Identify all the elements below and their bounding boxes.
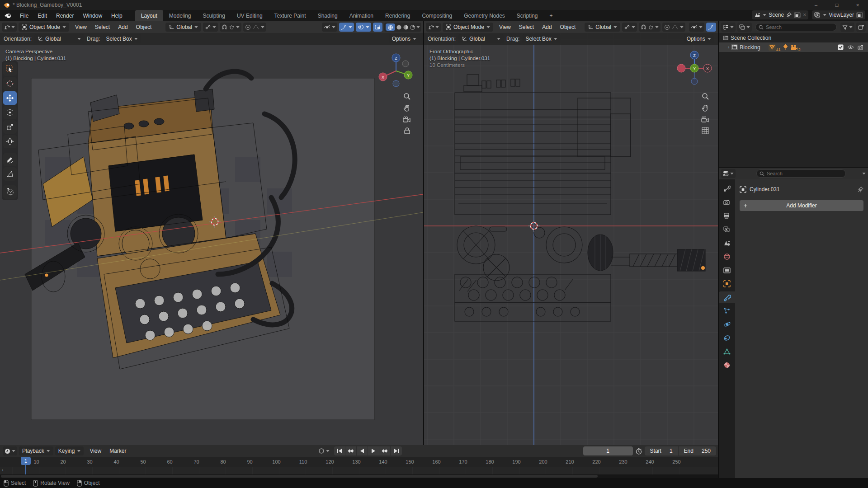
workspace-tab[interactable]: Texture Paint (269, 10, 312, 21)
hide-eye-icon[interactable] (847, 45, 854, 50)
workspace-tab[interactable]: Rendering (379, 10, 416, 21)
pivot-point-dropdown[interactable] (622, 23, 637, 32)
keying-dropdown[interactable]: Keying (55, 446, 84, 455)
ortho-viewport-canvas[interactable] (424, 21, 718, 445)
pin-icon[interactable] (786, 12, 792, 18)
menu-item[interactable]: Add (114, 23, 132, 32)
xray-toggle[interactable] (373, 23, 382, 32)
navigation-gizmo[interactable]: Z X Y (675, 49, 713, 87)
tab-output[interactable] (719, 210, 735, 222)
tab-modifiers[interactable] (719, 291, 735, 303)
viewport-camera[interactable]: Object Mode ViewSelectAddObject Global (0, 21, 423, 445)
new-collection-button[interactable] (856, 23, 866, 32)
workspace-tab[interactable]: Compositing (416, 10, 458, 21)
visibility-dropdown[interactable] (322, 23, 337, 32)
jump-prev-keyframe-button[interactable] (345, 446, 357, 455)
workspace-tab[interactable]: Animation (344, 10, 379, 21)
jump-to-start-button[interactable] (334, 446, 345, 455)
stopwatch-icon[interactable] (636, 448, 642, 455)
orientation-dropdown[interactable]: Global (458, 34, 504, 43)
menu-item[interactable]: Select (91, 23, 114, 32)
visibility-dropdown[interactable] (689, 23, 704, 32)
disable-render-icon[interactable] (858, 45, 864, 50)
outliner-row-scene-collection[interactable]: Scene Collection (719, 33, 868, 42)
properties-search-input[interactable] (756, 169, 846, 178)
tab-physics[interactable] (719, 319, 735, 330)
menu-item[interactable]: Select (515, 23, 538, 32)
pan-hand-icon[interactable] (702, 104, 709, 112)
unlink-scene-icon[interactable]: × (803, 12, 806, 18)
workspace-tab[interactable]: + (544, 10, 559, 21)
outliner-search-input[interactable] (755, 23, 837, 31)
menu-item[interactable]: Window (78, 11, 107, 20)
tab-constraints[interactable] (719, 332, 735, 344)
lock-camera-icon[interactable] (404, 127, 410, 135)
timeline-scrollbar[interactable] (0, 474, 718, 478)
transform-orientation-dropdown[interactable]: Global (165, 23, 201, 32)
camera-view-icon[interactable] (701, 116, 709, 123)
workspace-tab[interactable]: UV Editing (231, 10, 269, 21)
tab-object[interactable] (719, 278, 735, 290)
orthographic-grid-icon[interactable] (702, 127, 709, 134)
add-modifier-button[interactable]: + Add Modifier (740, 200, 863, 211)
camera-viewport-canvas[interactable] (0, 21, 423, 445)
tab-material[interactable] (719, 359, 735, 371)
current-frame-field[interactable]: 1 (583, 446, 633, 455)
jump-next-keyframe-button[interactable] (379, 446, 391, 455)
shading-rendered-button[interactable] (410, 24, 415, 30)
play-reverse-button[interactable] (357, 446, 368, 455)
menu-item[interactable]: Add (538, 23, 556, 32)
tab-world[interactable] (719, 251, 735, 263)
menu-item[interactable]: Object (556, 23, 580, 32)
drag-dropdown[interactable]: Select Box (103, 34, 141, 43)
snap-controls[interactable] (639, 23, 660, 32)
close-button[interactable]: × (847, 0, 868, 10)
menu-item[interactable]: Render (52, 11, 78, 20)
pin-icon[interactable] (858, 187, 863, 192)
menu-item[interactable]: View (85, 446, 105, 455)
tool-measure[interactable] (3, 167, 17, 181)
drag-dropdown[interactable]: Select Box (522, 34, 560, 43)
new-scene-button[interactable] (794, 12, 801, 18)
shading-material-button[interactable] (403, 24, 409, 30)
shading-solid-button[interactable] (396, 24, 402, 30)
timeline-ruler[interactable]: 1020304050607080901001101201301401501601… (0, 457, 718, 467)
jump-to-end-button[interactable] (391, 446, 402, 455)
minimize-button[interactable]: – (806, 0, 826, 10)
tool-scale[interactable] (3, 120, 17, 134)
new-viewlayer-button[interactable] (856, 12, 863, 18)
checkbox-icon[interactable] (838, 44, 844, 50)
outliner-row-blocking[interactable]: › Blocking 41 2 (719, 42, 868, 52)
options-dropdown[interactable]: Options (684, 34, 714, 43)
start-frame-field[interactable]: Start 1 (645, 446, 678, 455)
viewlayer-selector[interactable]: ViewLayer (812, 10, 865, 19)
workspace-tab[interactable]: Scripting (511, 10, 544, 21)
tool-transform[interactable] (3, 135, 17, 148)
tab-particles[interactable] (719, 305, 735, 317)
workspace-tab[interactable]: Sculpting (197, 10, 231, 21)
editor-type-dropdown[interactable] (426, 23, 441, 32)
menu-item[interactable]: Help (107, 11, 127, 20)
menu-item[interactable]: View (71, 23, 91, 32)
auto-keying-toggle[interactable] (316, 446, 331, 455)
tool-add-cube[interactable] (3, 185, 17, 199)
scene-selector[interactable]: Scene × (752, 10, 808, 19)
outliner-filter-dropdown[interactable] (840, 23, 854, 32)
menu-item[interactable]: Marker (105, 446, 130, 455)
gizmos-toggle[interactable] (706, 23, 716, 32)
maximize-button[interactable]: □ (826, 0, 847, 10)
transform-orientation-dropdown[interactable]: Global (585, 23, 620, 32)
playback-dropdown[interactable]: Playback (19, 446, 53, 455)
editor-type-dropdown[interactable] (2, 23, 17, 32)
outliner-filter-type-dropdown[interactable] (737, 23, 752, 32)
mode-dropdown[interactable]: Object Mode (19, 23, 69, 32)
channel-expand-icon[interactable]: › (2, 468, 3, 473)
editor-type-dropdown[interactable] (3, 446, 17, 455)
menu-item[interactable]: View (495, 23, 515, 32)
pivot-point-dropdown[interactable] (203, 23, 218, 32)
proportional-editing-controls[interactable] (243, 23, 266, 32)
tab-render[interactable] (719, 197, 735, 208)
menu-item[interactable]: Object (132, 23, 156, 32)
overlays-toggle[interactable] (356, 23, 371, 32)
play-button[interactable] (368, 446, 379, 455)
